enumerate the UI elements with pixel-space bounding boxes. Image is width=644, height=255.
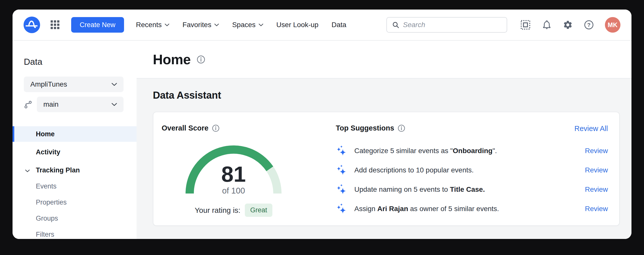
sparkle-icon	[336, 184, 347, 195]
sidebar-item-label: Events	[36, 182, 57, 190]
review-link[interactable]: Review	[585, 166, 608, 174]
top-suggestions-label: Top Suggestions	[336, 124, 405, 132]
review-all-link[interactable]: Review All	[574, 124, 608, 133]
sidebar-item-groups[interactable]: Groups	[13, 211, 137, 226]
suggestion-row: Assign Ari Rajan as owner of 5 similar e…	[336, 199, 608, 218]
content: Data Assistant Overall Score	[137, 79, 631, 239]
topbar-link-label: User Look-up	[276, 21, 318, 29]
app-switcher-icon[interactable]	[51, 20, 60, 29]
amplitude-logo-icon[interactable]	[24, 17, 40, 33]
chevron-down-icon	[112, 103, 117, 106]
overall-score-label: Overall Score	[162, 124, 220, 132]
svg-text:?: ?	[587, 22, 590, 28]
settings-gear-icon[interactable]	[563, 20, 573, 30]
suggestion-text: Categorize 5 similar events as "Onboardi…	[354, 147, 497, 155]
notifications-bell-icon[interactable]	[542, 20, 552, 30]
review-link[interactable]: Review	[585, 205, 608, 213]
search-icon	[392, 21, 399, 29]
rating-badge: Great	[245, 204, 272, 217]
topbar-link-data[interactable]: Data	[325, 17, 353, 33]
review-link[interactable]: Review	[585, 147, 608, 155]
sidebar-item-label: Filters	[36, 231, 54, 238]
user-avatar[interactable]: MK	[605, 17, 620, 33]
score-gauge: 81 of 100	[185, 145, 282, 194]
sidebar-item-label: Activity	[36, 148, 60, 156]
sidebar-item-properties[interactable]: Properties	[13, 195, 137, 210]
search-input[interactable]	[403, 21, 502, 29]
topbar-icons: ? MK	[520, 17, 620, 33]
suggestion-row: Add descriptions to 10 popular events.Re…	[336, 160, 608, 180]
main-header: Home	[137, 41, 631, 79]
score-max-label: of 100	[185, 186, 282, 196]
rating-row: Your rating is: Great	[185, 204, 282, 217]
create-new-button[interactable]: Create New	[71, 17, 124, 33]
sidebar-nav: HomeActivityTracking PlanEventsPropertie…	[13, 126, 137, 239]
topbar-nav: RecentsFavoritesSpacesUser Look-upData	[130, 17, 353, 33]
sidebar-item-label: Properties	[36, 199, 67, 206]
sidebar-item-label: Tracking Plan	[36, 166, 80, 174]
info-icon[interactable]	[398, 124, 405, 132]
suggestion-text: Assign Ari Rajan as owner of 5 similar e…	[354, 205, 499, 213]
chevron-down-icon	[165, 24, 169, 26]
sidebar-item-home[interactable]: Home	[13, 126, 137, 142]
sandbox-icon[interactable]	[520, 20, 531, 30]
page-title: Home	[153, 51, 191, 68]
sparkle-icon	[336, 203, 347, 215]
suggestion-text: Add descriptions to 10 popular events.	[354, 166, 474, 174]
main-area: Home Data Assistant Overall Score	[137, 41, 631, 239]
topbar-link-label: Favorites	[182, 21, 211, 29]
sidebar-item-label: Home	[36, 130, 55, 138]
data-assistant-card: Overall Score 81 of 100	[153, 112, 620, 226]
info-icon[interactable]	[212, 124, 220, 132]
topbar-link-label: Spaces	[232, 21, 255, 29]
branch-selector[interactable]: main	[37, 97, 124, 112]
topbar: Create New RecentsFavoritesSpacesUser Lo…	[13, 10, 631, 41]
overall-score-label-text: Overall Score	[162, 124, 208, 132]
suggestion-row: Update naming on 5 events to Title Case.…	[336, 180, 608, 199]
topbar-link-favorites[interactable]: Favorites	[176, 17, 226, 33]
search-box[interactable]	[386, 17, 507, 33]
sidebar-item-activity[interactable]: Activity	[13, 144, 137, 160]
project-selector[interactable]: AmpliTunes	[24, 77, 124, 92]
help-icon[interactable]: ?	[584, 20, 594, 30]
chevron-down-icon	[259, 24, 263, 26]
sidebar-item-events[interactable]: Events	[13, 178, 137, 194]
top-suggestions-label-text: Top Suggestions	[336, 124, 394, 132]
suggestion-row: Categorize 5 similar events as "Onboardi…	[336, 141, 608, 160]
app-window: Create New RecentsFavoritesSpacesUser Lo…	[13, 10, 631, 239]
topbar-link-label: Recents	[136, 21, 162, 29]
score-value: 81	[185, 163, 282, 185]
topbar-link-user-look-up[interactable]: User Look-up	[270, 17, 325, 33]
sidebar-item-label: Groups	[36, 215, 58, 222]
rating-prefix: Your rating is:	[195, 206, 240, 215]
suggestions-list: Categorize 5 similar events as "Onboardi…	[336, 141, 608, 218]
chevron-down-icon	[112, 83, 117, 86]
topbar-link-spaces[interactable]: Spaces	[226, 17, 270, 33]
sidebar: Data AmpliTunes main	[13, 41, 137, 239]
chevron-down-icon	[25, 170, 30, 172]
sidebar-title: Data	[24, 57, 137, 67]
project-selector-value: AmpliTunes	[30, 80, 67, 88]
sidebar-item-filters[interactable]: Filters	[13, 227, 137, 239]
suggestion-text: Update naming on 5 events to Title Case.	[354, 185, 485, 194]
sparkle-icon	[336, 164, 347, 176]
branch-selector-value: main	[43, 100, 59, 108]
git-branch-icon	[24, 100, 32, 109]
topbar-link-recents[interactable]: Recents	[130, 17, 176, 33]
section-title: Data Assistant	[153, 90, 620, 101]
chevron-down-icon	[214, 24, 219, 26]
sparkle-icon	[336, 145, 347, 157]
info-icon[interactable]	[197, 55, 205, 64]
sidebar-item-tracking-plan[interactable]: Tracking Plan	[13, 162, 137, 178]
topbar-link-label: Data	[332, 21, 346, 29]
review-link[interactable]: Review	[585, 185, 608, 194]
